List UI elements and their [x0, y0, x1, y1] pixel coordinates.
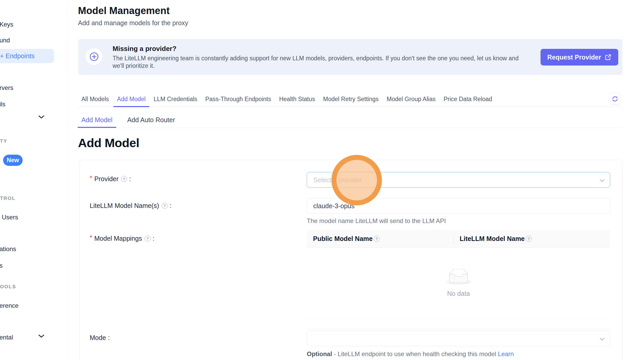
- add-model-subtabs: Add Model Add Auto Router: [78, 116, 179, 128]
- request-provider-button[interactable]: Request Provider: [541, 49, 618, 66]
- tab-model-retry-settings[interactable]: Model Retry Settings: [320, 95, 382, 107]
- tab-pass-through-endpoints[interactable]: Pass-Through Endpoints: [202, 95, 275, 107]
- help-question-icon[interactable]: ?: [121, 176, 127, 182]
- help-question-icon[interactable]: ?: [374, 236, 380, 242]
- model-mappings-table: Public Model Name ? LiteLLM Model Name ?: [307, 230, 610, 329]
- column-header-label: LiteLLM Model Name: [460, 235, 525, 243]
- subtab-add-auto-router[interactable]: Add Auto Router: [124, 116, 179, 128]
- tab-llm-credentials[interactable]: LLM Credentials: [150, 95, 201, 107]
- sidebar-section-access-control: TROL: [0, 195, 16, 201]
- page-subtitle: Add and manage models for the proxy: [78, 19, 188, 27]
- mode-select[interactable]: [307, 331, 610, 346]
- external-link-icon: [605, 54, 612, 61]
- sidebar-item-playground[interactable]: und: [0, 37, 10, 44]
- sidebar-item-api-reference[interactable]: erence: [0, 302, 18, 309]
- sidebar-item-experimental[interactable]: ental: [0, 334, 13, 341]
- column-header-label: Public Model Name: [313, 235, 373, 243]
- sidebar-item-guardrails[interactable]: ils: [0, 101, 5, 108]
- mode-label-text: Mode: [90, 334, 106, 342]
- learn-link[interactable]: Learn: [498, 350, 514, 357]
- sidebar-item-servers[interactable]: rvers: [0, 84, 13, 91]
- banner-body: The LiteLLM engineering team is constant…: [113, 55, 526, 70]
- empty-inbox-icon: [446, 269, 471, 286]
- tab-health-status[interactable]: Health Status: [276, 95, 319, 107]
- subtab-add-model[interactable]: Add Model: [78, 116, 116, 128]
- table-header-row: Public Model Name ? LiteLLM Model Name ?: [307, 230, 610, 248]
- chevron-down-icon: [600, 335, 605, 342]
- column-header-litellm-model-name: LiteLLM Model Name ?: [453, 235, 532, 243]
- colon: :: [170, 202, 172, 210]
- mode-help-prefix: Optional: [307, 350, 332, 357]
- tab-model-group-alias[interactable]: Model Group Alias: [383, 95, 439, 107]
- chevron-down-icon: [600, 176, 605, 184]
- model-name-value: claude-3-opus: [313, 202, 354, 210]
- tab-all-models[interactable]: All Models: [78, 95, 113, 107]
- mode-label: Mode :: [90, 334, 110, 342]
- model-mappings-label-text: Model Mappings: [94, 235, 142, 242]
- colon: :: [129, 175, 131, 183]
- colon: :: [108, 334, 110, 342]
- mode-help-text: - LiteLLM endpoint to use when health ch…: [332, 350, 498, 357]
- model-mappings-label: * Model Mappings ? :: [90, 235, 154, 242]
- new-badge[interactable]: New: [3, 155, 23, 166]
- refresh-icon: [612, 95, 619, 102]
- sidebar: Keys und + Endpoints rvers ils TY New TR…: [0, 0, 68, 360]
- column-header-public-model-name: Public Model Name ?: [307, 235, 453, 243]
- chevron-down-icon[interactable]: [38, 115, 44, 120]
- tab-price-data-reload[interactable]: Price Data Reload: [440, 95, 496, 107]
- table-empty-state: No data: [307, 248, 610, 319]
- litellm-admin-screen: Keys und + Endpoints rvers ils TY New TR…: [0, 0, 644, 360]
- provider-placeholder: Select a provider: [313, 176, 362, 184]
- required-mark: *: [90, 174, 92, 182]
- model-name-label: LiteLLM Model Name(s) ? :: [90, 202, 172, 210]
- required-mark: *: [90, 234, 92, 241]
- colon: :: [153, 235, 154, 242]
- provider-label: * Provider ? :: [90, 175, 131, 183]
- help-question-icon[interactable]: ?: [162, 203, 168, 209]
- sidebar-section-tools: OOLS: [0, 284, 16, 290]
- model-tabs: All Models Add Model LLM Credentials Pas…: [78, 95, 496, 107]
- missing-provider-banner: Missing a provider? The LiteLLM engineer…: [78, 39, 622, 75]
- refresh-button[interactable]: [609, 93, 621, 105]
- add-model-heading: Add Model: [78, 136, 139, 150]
- model-name-help: The model name LiteLLM will send to the …: [307, 217, 446, 225]
- banner-title: Missing a provider?: [113, 45, 177, 53]
- tab-add-model[interactable]: Add Model: [113, 95, 149, 107]
- request-provider-label: Request Provider: [547, 54, 601, 61]
- page-title: Model Management: [78, 5, 170, 16]
- help-question-icon[interactable]: ?: [145, 235, 151, 241]
- circle-plus-icon: [86, 48, 102, 65]
- sidebar-item-internal-users[interactable]: Users: [2, 214, 18, 221]
- no-data-text: No data: [447, 290, 470, 297]
- sidebar-section-observability: TY: [0, 138, 7, 144]
- sidebar-item-keys[interactable]: Keys: [0, 21, 13, 28]
- sidebar-item-organizations[interactable]: ations: [0, 245, 16, 253]
- sidebar-item-teams[interactable]: s: [0, 262, 3, 269]
- provider-select[interactable]: Select a provider: [307, 172, 610, 188]
- model-name-label-text: LiteLLM Model Name(s): [90, 202, 159, 210]
- chevron-down-icon[interactable]: [38, 334, 44, 339]
- table-footer: [307, 319, 610, 329]
- provider-label-text: Provider: [94, 175, 119, 183]
- mode-help: Optional - LiteLLM endpoint to use when …: [307, 350, 514, 358]
- model-name-input[interactable]: claude-3-opus: [307, 198, 610, 214]
- sidebar-divider: [67, 0, 68, 360]
- sidebar-item-models-endpoints-active[interactable]: + Endpoints: [0, 49, 54, 63]
- help-question-icon[interactable]: ?: [526, 236, 532, 242]
